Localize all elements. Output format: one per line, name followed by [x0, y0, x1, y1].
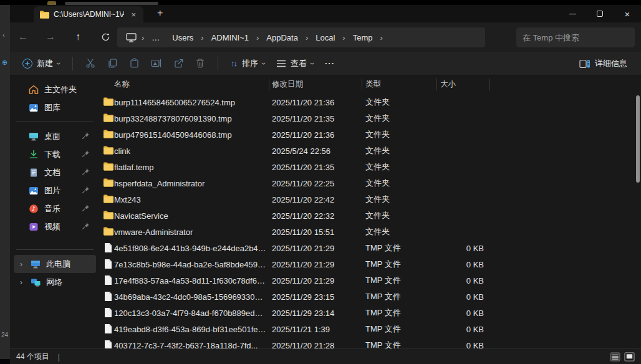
- details-view-toggle-icon[interactable]: [610, 352, 620, 362]
- file-row[interactable]: clink 2025/5/24 22:56 文件夹: [100, 143, 641, 159]
- sidebar-item-network[interactable]: › 网络: [14, 273, 96, 291]
- file-row[interactable]: 419eabd8-d3f6-453a-869d-bf31ee501fef.t..…: [100, 321, 641, 337]
- new-tab-button[interactable]: +: [152, 7, 168, 19]
- column-separator[interactable]: [269, 79, 269, 90]
- file-date: 2025/11/20 21:36: [272, 98, 359, 107]
- file-row[interactable]: burp4796151404509446068.tmp 2025/11/20 2…: [100, 127, 641, 143]
- content-area: 主文件夹 图库: [10, 75, 641, 348]
- pin-icon[interactable]: [82, 204, 90, 212]
- sidebar-item-this-pc[interactable]: › 此电脑: [14, 255, 96, 273]
- sidebar-item-gallery[interactable]: 图库: [14, 98, 96, 117]
- breadcrumb[interactable]: › … Users › ADMINI~1 › AppData › Local ›…: [117, 27, 485, 47]
- vertical-scrollbar[interactable]: [636, 94, 640, 346]
- sidebar-item-videos[interactable]: 视频: [14, 218, 96, 236]
- column-separator[interactable]: [436, 79, 437, 90]
- delete-button[interactable]: [190, 54, 210, 72]
- chevron-right-icon: ›: [142, 33, 144, 42]
- share-button[interactable]: [168, 54, 189, 72]
- large-icons-view-toggle-icon[interactable]: [624, 352, 635, 362]
- breadcrumb-appdata[interactable]: AppData: [261, 31, 303, 44]
- file-row[interactable]: burp11146584650065276524.tmp 2025/11/20 …: [100, 94, 641, 110]
- sort-button[interactable]: ↑↓ 排序 ›: [226, 54, 270, 73]
- file-row[interactable]: NavicatService 2025/11/20 22:32 文件夹: [100, 208, 641, 224]
- sidebar-item-documents[interactable]: 文档: [14, 163, 96, 181]
- column-header-type[interactable]: 类型: [365, 79, 381, 90]
- file-row[interactable]: 120c13c3-03a7-4f79-84ad-f670b889ed1e... …: [100, 305, 641, 321]
- minimize-button[interactable]: [559, 5, 586, 22]
- file-page-icon: [104, 324, 112, 333]
- search-input[interactable]: [523, 33, 632, 42]
- column-header-name[interactable]: 名称: [114, 79, 130, 90]
- sidebar-item-desktop[interactable]: 桌面: [14, 127, 96, 145]
- sidebar-item-label: 音乐: [44, 203, 60, 214]
- sidebar-item-label: 主文件夹: [44, 84, 77, 95]
- new-button[interactable]: + 新建 ›: [17, 54, 65, 73]
- copy-button[interactable]: [102, 54, 123, 72]
- scrollbar-thumb[interactable]: [636, 95, 640, 183]
- back-button[interactable]: ←: [14, 27, 32, 46]
- chevron-expand-icon[interactable]: ›: [17, 260, 25, 269]
- sidebar-item-pictures[interactable]: 图片: [14, 181, 96, 199]
- see-more-button[interactable]: ···: [320, 55, 340, 72]
- file-date: 2025/11/21 1:39: [272, 325, 359, 334]
- file-row[interactable]: hsperfdata_Administrator 2025/11/20 22:2…: [100, 175, 641, 191]
- forward-button[interactable]: →: [41, 27, 60, 46]
- view-button[interactable]: 查看 ›: [271, 54, 319, 73]
- folder-icon: [104, 162, 113, 171]
- file-name: 419eabd8-d3f6-453a-869d-bf31ee501fef.t..…: [114, 325, 266, 334]
- pin-icon[interactable]: [82, 168, 90, 176]
- file-name: NavicatService: [114, 211, 266, 221]
- breadcrumb-users[interactable]: Users: [167, 31, 198, 44]
- explorer-tab[interactable]: C:\Users\ADMINI~1\AppData\ ×: [34, 6, 143, 22]
- plus-circle-icon: +: [22, 59, 32, 69]
- paste-button[interactable]: [124, 54, 145, 72]
- pin-icon[interactable]: [82, 150, 90, 158]
- chevron-expand-icon[interactable]: ›: [17, 278, 25, 287]
- pin-icon[interactable]: [82, 222, 90, 230]
- rename-icon: A: [151, 58, 162, 69]
- file-row[interactable]: 7e13c8b5-b98e-44ad-ba2e-5af8bde459c0... …: [100, 256, 641, 272]
- cut-button[interactable]: [80, 54, 101, 72]
- refresh-button[interactable]: [96, 27, 115, 46]
- file-row[interactable]: vmware-Administrator 2025/11/20 15:51 文件…: [100, 224, 641, 240]
- folder-icon: [104, 146, 113, 155]
- search-box[interactable]: [516, 27, 635, 47]
- sidebar-item-downloads[interactable]: 下载: [14, 145, 96, 163]
- column-header-date[interactable]: 修改日期: [272, 79, 303, 90]
- breadcrumb-temp[interactable]: Temp: [348, 31, 378, 44]
- file-type: TMP 文件: [365, 291, 434, 302]
- column-separator[interactable]: [362, 79, 362, 90]
- rename-button[interactable]: A: [146, 54, 167, 72]
- file-name: 17e4f883-57aa-4a53-8d11-1f630c78df66.t..…: [114, 276, 266, 285]
- pin-icon[interactable]: [82, 186, 90, 194]
- file-row[interactable]: burp3324887378076091390.tmp 2025/11/20 2…: [100, 110, 641, 127]
- file-row[interactable]: flatlaf.temp 2025/11/20 21:35 文件夹: [100, 159, 641, 175]
- details-pane-button[interactable]: 详细信息: [574, 54, 632, 73]
- tab-close-icon[interactable]: ×: [128, 10, 138, 19]
- breadcrumb-admini[interactable]: ADMINI~1: [206, 31, 254, 44]
- maximize-button[interactable]: [586, 5, 614, 22]
- pin-icon[interactable]: [82, 132, 90, 140]
- breadcrumb-local[interactable]: Local: [311, 31, 340, 44]
- sidebar-item-home[interactable]: 主文件夹: [14, 80, 96, 98]
- file-row[interactable]: 403712-7c3-7-43f2-b637-18a118d-7fd... 20…: [100, 337, 641, 348]
- desktop-icon: [29, 132, 39, 141]
- close-button[interactable]: ×: [614, 5, 641, 22]
- breadcrumb-overflow[interactable]: …: [147, 31, 165, 44]
- column-header-size[interactable]: 大小: [440, 79, 456, 90]
- sidebar-item-music[interactable]: ♪ 音乐: [14, 199, 96, 218]
- file-row[interactable]: 34b69aba-43c2-4dc0-98a5-15696933092... 2…: [100, 289, 641, 305]
- tab-bar: C:\Users\ADMINI~1\AppData\ × + ×: [10, 5, 641, 22]
- file-name: 120c13c3-03a7-4f79-84ad-f670b889ed1e...: [114, 309, 266, 318]
- file-row[interactable]: 4e51f808-6e24-41b3-949b-e244dea2b4d... 2…: [100, 240, 641, 256]
- up-button[interactable]: ↑: [69, 27, 87, 46]
- sidebar-item-label: 桌面: [44, 131, 60, 142]
- window-controls: ×: [559, 5, 641, 22]
- file-row[interactable]: Mxt243 2025/11/20 22:42 文件夹: [100, 191, 641, 208]
- sidebar-item-label: 图片: [44, 185, 60, 196]
- file-size: 0 KB: [440, 341, 484, 349]
- file-name: hsperfdata_Administrator: [114, 179, 266, 188]
- column-separator[interactable]: [489, 79, 490, 90]
- this-pc-icon[interactable]: [126, 33, 137, 42]
- file-row[interactable]: 17e4f883-57aa-4a53-8d11-1f630c78df66.t..…: [100, 272, 641, 289]
